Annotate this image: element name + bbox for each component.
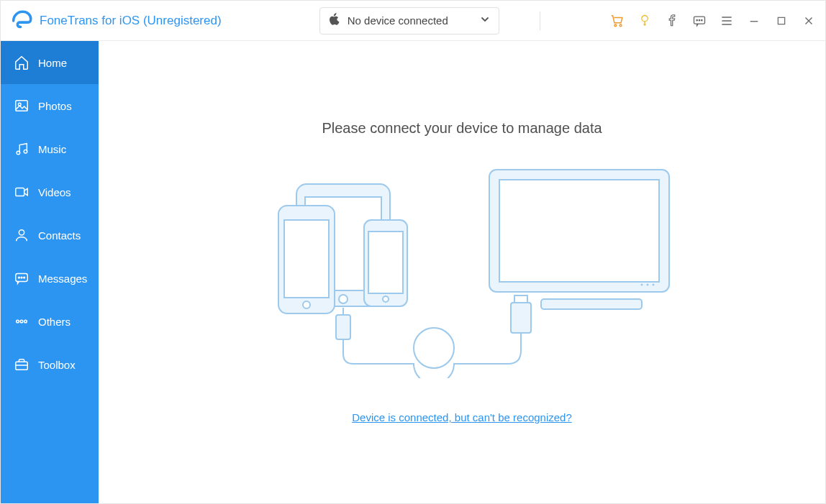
sidebar-item-label: Toolbox bbox=[38, 359, 76, 371]
svg-point-4 bbox=[696, 19, 697, 20]
others-icon bbox=[14, 313, 30, 329]
contacts-icon bbox=[14, 227, 30, 243]
connect-prompt: Please connect your device to manage dat… bbox=[322, 120, 602, 137]
minimize-icon[interactable] bbox=[746, 13, 762, 29]
app-title: FoneTrans for iOS (Unregistered) bbox=[40, 14, 222, 28]
titlebar: FoneTrans for iOS (Unregistered) No devi… bbox=[1, 1, 825, 41]
svg-point-30 bbox=[383, 296, 389, 302]
svg-point-5 bbox=[699, 19, 699, 20]
divider bbox=[540, 12, 540, 30]
app-window: FoneTrans for iOS (Unregistered) No devi… bbox=[0, 0, 826, 504]
svg-rect-39 bbox=[511, 303, 531, 333]
svg-point-17 bbox=[24, 277, 25, 278]
key-icon[interactable] bbox=[637, 13, 653, 29]
svg-rect-37 bbox=[336, 315, 350, 339]
sidebar: Home Photos Music Videos Contacts Messag bbox=[1, 41, 99, 503]
sidebar-item-label: Photos bbox=[38, 100, 72, 112]
svg-rect-33 bbox=[541, 299, 642, 309]
svg-point-10 bbox=[17, 151, 20, 155]
device-selector-label: No device connected bbox=[348, 14, 480, 27]
svg-point-24 bbox=[339, 295, 348, 303]
svg-point-35 bbox=[647, 284, 649, 286]
facebook-icon[interactable] bbox=[664, 13, 680, 29]
sidebar-item-contacts[interactable]: Contacts bbox=[1, 214, 99, 257]
menu-icon[interactable] bbox=[719, 13, 735, 29]
music-icon bbox=[14, 141, 30, 157]
toolbox-icon bbox=[14, 357, 30, 372]
close-icon[interactable] bbox=[801, 13, 817, 29]
maximize-icon[interactable] bbox=[773, 13, 789, 29]
connect-illustration bbox=[239, 162, 685, 378]
feedback-icon[interactable] bbox=[691, 13, 707, 29]
body: Home Photos Music Videos Contacts Messag bbox=[1, 41, 825, 503]
photos-icon bbox=[14, 98, 30, 114]
svg-point-11 bbox=[24, 150, 27, 153]
svg-point-20 bbox=[24, 320, 27, 323]
device-not-recognized-link[interactable]: Device is connected, but can't be recogn… bbox=[352, 411, 572, 423]
sidebar-item-home[interactable]: Home bbox=[1, 41, 99, 84]
svg-point-6 bbox=[702, 19, 702, 20]
videos-icon bbox=[14, 184, 30, 200]
svg-rect-8 bbox=[16, 101, 28, 111]
sidebar-item-toolbox[interactable]: Toolbox bbox=[1, 343, 99, 386]
svg-rect-32 bbox=[499, 180, 659, 282]
sidebar-item-photos[interactable]: Photos bbox=[1, 84, 99, 127]
app-logo-icon bbox=[9, 9, 34, 33]
sidebar-item-videos[interactable]: Videos bbox=[1, 170, 99, 214]
svg-point-2 bbox=[642, 15, 648, 21]
device-selector[interactable]: No device connected bbox=[319, 7, 499, 35]
sidebar-item-label: Home bbox=[38, 57, 67, 69]
sidebar-item-music[interactable]: Music bbox=[1, 127, 99, 170]
home-icon bbox=[14, 55, 30, 70]
svg-point-36 bbox=[653, 284, 655, 286]
svg-point-16 bbox=[21, 277, 22, 278]
main-content: Please connect your device to manage dat… bbox=[99, 41, 825, 503]
svg-point-15 bbox=[18, 277, 19, 278]
svg-rect-7 bbox=[778, 17, 784, 24]
svg-point-34 bbox=[641, 284, 643, 286]
svg-rect-12 bbox=[16, 188, 24, 196]
svg-rect-21 bbox=[16, 362, 28, 370]
sidebar-item-others[interactable]: Others bbox=[1, 300, 99, 343]
sidebar-item-label: Messages bbox=[38, 272, 87, 285]
sidebar-item-label: Videos bbox=[38, 186, 71, 198]
svg-point-0 bbox=[614, 24, 617, 27]
svg-point-13 bbox=[19, 230, 24, 235]
sidebar-item-label: Contacts bbox=[38, 229, 81, 242]
chevron-down-icon bbox=[480, 14, 490, 27]
sidebar-item-messages[interactable]: Messages bbox=[1, 257, 99, 300]
svg-point-18 bbox=[17, 320, 19, 323]
svg-rect-29 bbox=[368, 232, 403, 293]
svg-point-41 bbox=[414, 328, 454, 368]
sidebar-item-label: Others bbox=[38, 316, 71, 328]
cart-icon[interactable] bbox=[609, 13, 625, 29]
sidebar-item-label: Music bbox=[38, 143, 66, 155]
svg-point-1 bbox=[620, 24, 622, 27]
svg-rect-26 bbox=[284, 220, 329, 298]
apple-icon bbox=[329, 13, 340, 29]
svg-point-27 bbox=[303, 301, 310, 308]
messages-icon bbox=[14, 270, 30, 286]
svg-point-19 bbox=[20, 320, 23, 323]
titlebar-actions bbox=[609, 13, 817, 29]
svg-rect-40 bbox=[514, 295, 527, 303]
